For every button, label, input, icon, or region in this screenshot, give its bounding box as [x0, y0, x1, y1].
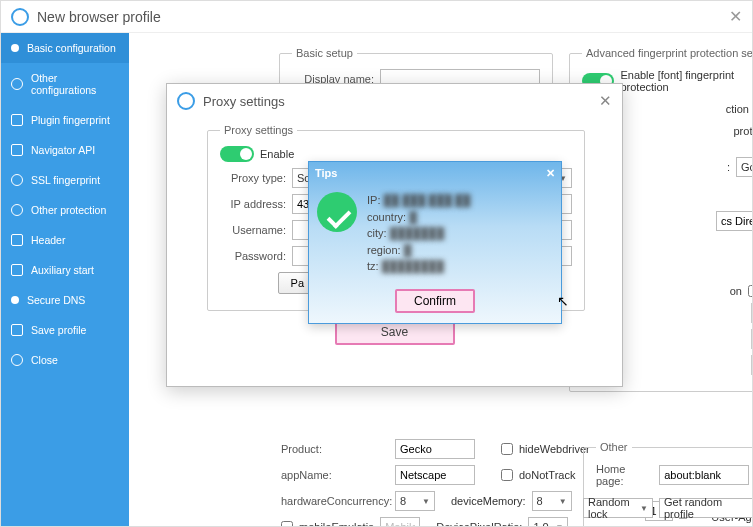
- proxy-modal-header: Proxy settings ✕: [167, 84, 622, 118]
- sidebar-label: SSL fingerprint: [31, 174, 100, 186]
- devmem-select[interactable]: 8▼: [532, 491, 572, 511]
- sidebar-item-save[interactable]: Save profile: [1, 315, 129, 345]
- product-area: Product:hideWebdriver appName:doNotTrack…: [281, 439, 571, 526]
- close-icon[interactable]: ✕: [729, 7, 742, 26]
- sidebar-item-other-config[interactable]: Other configurations: [1, 63, 129, 105]
- sidebar-item-basic[interactable]: Basic configuration: [1, 33, 129, 63]
- proxy-modal-title: Proxy settings: [203, 94, 285, 109]
- proxy-legend: Proxy settings: [220, 124, 297, 136]
- app-logo-icon: [11, 8, 29, 26]
- homepage-input[interactable]: [659, 465, 749, 485]
- on-label: on: [730, 285, 742, 297]
- hide-webdriver-label: hideWebdriver: [519, 443, 590, 455]
- tips-region-value: █: [404, 244, 412, 256]
- tips-title: Tips: [315, 167, 337, 179]
- sidebar-item-header[interactable]: Header: [1, 225, 129, 255]
- homepage-label: Home page:: [596, 463, 653, 487]
- dpr-select[interactable]: 1.0▼: [528, 517, 568, 526]
- sidebar-item-dns[interactable]: Secure DNS: [1, 285, 129, 315]
- sidebar-item-navigator[interactable]: Navigator API: [1, 135, 129, 165]
- app-logo-icon: [177, 92, 195, 110]
- sidebar-item-plugin[interactable]: Plugin fingerprint: [1, 105, 129, 135]
- proxy-type-label: Proxy type:: [220, 172, 286, 184]
- tips-country-value: █: [409, 211, 417, 223]
- plugin-icon: [11, 114, 23, 126]
- proxy-enable-toggle[interactable]: [220, 146, 254, 162]
- appname-input[interactable]: [395, 465, 475, 485]
- proxy-ip-label: IP address:: [220, 198, 286, 210]
- vendor-label: :: [727, 161, 730, 173]
- save-icon: [11, 324, 23, 336]
- tips-region-label: region:: [367, 244, 401, 256]
- tips-modal: Tips✕ IP: ██.███.███.██ country: █ city:…: [308, 161, 562, 324]
- tips-header: Tips✕: [309, 162, 561, 184]
- sidebar-label: Basic configuration: [27, 42, 116, 54]
- other-legend: Other: [596, 441, 632, 453]
- sidebar-label: Close: [31, 354, 58, 366]
- product-label: Product:: [281, 443, 389, 455]
- dns-icon: [11, 296, 19, 304]
- close-icon[interactable]: ✕: [599, 92, 612, 110]
- edit-device-name-button[interactable]: Edit device name: [751, 303, 752, 323]
- hwconc-select[interactable]: 8▼: [395, 491, 435, 511]
- random-lock-select[interactable]: Random lock▼: [583, 498, 653, 518]
- tips-ip-value: ██.███.███.██: [384, 194, 471, 206]
- app-window: New browser profile ✕ Basic configuratio…: [0, 0, 753, 527]
- edit-device-name-button[interactable]: Edit device name: [751, 355, 752, 375]
- ction-label: ction: [726, 103, 749, 115]
- tips-city-label: city:: [367, 227, 387, 239]
- sidebar: Basic configuration Other configurations…: [1, 33, 129, 526]
- sidebar-label: Auxiliary start: [31, 264, 94, 276]
- donottrack-label: doNotTrack: [519, 469, 575, 481]
- titlebar: New browser profile ✕: [1, 1, 752, 33]
- sidebar-item-other-prot[interactable]: Other protection: [1, 195, 129, 225]
- sidebar-label: Other configurations: [31, 72, 119, 96]
- basic-legend: Basic setup: [292, 47, 357, 59]
- appname-label: appName:: [281, 469, 389, 481]
- mobile-emu-checkbox[interactable]: [281, 521, 293, 526]
- render-input[interactable]: [716, 211, 752, 231]
- sidebar-label: Navigator API: [31, 144, 95, 156]
- mobile-emu-label: mobileEmulatio: [299, 521, 374, 526]
- set-device-name-checkbox[interactable]: [748, 285, 752, 297]
- sidebar-label: Save profile: [31, 324, 86, 336]
- sidebar-item-close[interactable]: Close: [1, 345, 129, 375]
- sidebar-item-aux[interactable]: Auxiliary start: [1, 255, 129, 285]
- lock-icon: [11, 174, 23, 186]
- tips-country-label: country:: [367, 211, 406, 223]
- tips-tz-value: ████████: [382, 260, 444, 272]
- enable-font-label: Enable [font] fingerprint protection: [620, 69, 752, 93]
- donottrack-checkbox[interactable]: [501, 469, 513, 481]
- sidebar-label: Header: [31, 234, 65, 246]
- proxy-enable-label: Enable: [260, 148, 294, 160]
- get-random-profile-select[interactable]: Get random profile▼: [659, 498, 752, 518]
- window-title: New browser profile: [37, 9, 161, 25]
- dpr-label: DevicePixelRatio:: [436, 521, 522, 526]
- tips-confirm-button[interactable]: Confirm: [395, 289, 475, 313]
- close-icon: [11, 354, 23, 366]
- nav-icon: [11, 144, 23, 156]
- tips-ip-label: IP:: [367, 194, 380, 206]
- tips-info: IP: ██.███.███.██ country: █ city: █████…: [367, 192, 471, 275]
- sidebar-label: Secure DNS: [27, 294, 85, 306]
- header-icon: [11, 234, 23, 246]
- close-icon[interactable]: ✕: [546, 167, 555, 180]
- tips-tz-label: tz:: [367, 260, 379, 272]
- tips-city-value: ███████: [390, 227, 445, 239]
- check-icon: [11, 44, 19, 52]
- edit-device-name-button[interactable]: Edit device name: [751, 329, 752, 349]
- hide-webdriver-checkbox[interactable]: [501, 443, 513, 455]
- mobile-input: [380, 517, 420, 526]
- product-input[interactable]: [395, 439, 475, 459]
- adv-legend: Advanced fingerprint protection settings: [582, 47, 752, 59]
- proxy-user-label: Username:: [220, 224, 286, 236]
- gear-icon: [11, 78, 23, 90]
- bottom-bar: Random lock▼ Get random profile▼ Save pr…: [583, 498, 752, 520]
- cmd-icon: [11, 264, 23, 276]
- vendor-select[interactable]: Google Inc. (AMD▼: [736, 157, 752, 177]
- proxy-pass-label: Password:: [220, 250, 286, 262]
- sidebar-item-ssl[interactable]: SSL fingerprint: [1, 165, 129, 195]
- hwconc-label: hardwareConcurrency:: [281, 495, 389, 507]
- sidebar-label: Other protection: [31, 204, 106, 216]
- sidebar-label: Plugin fingerprint: [31, 114, 110, 126]
